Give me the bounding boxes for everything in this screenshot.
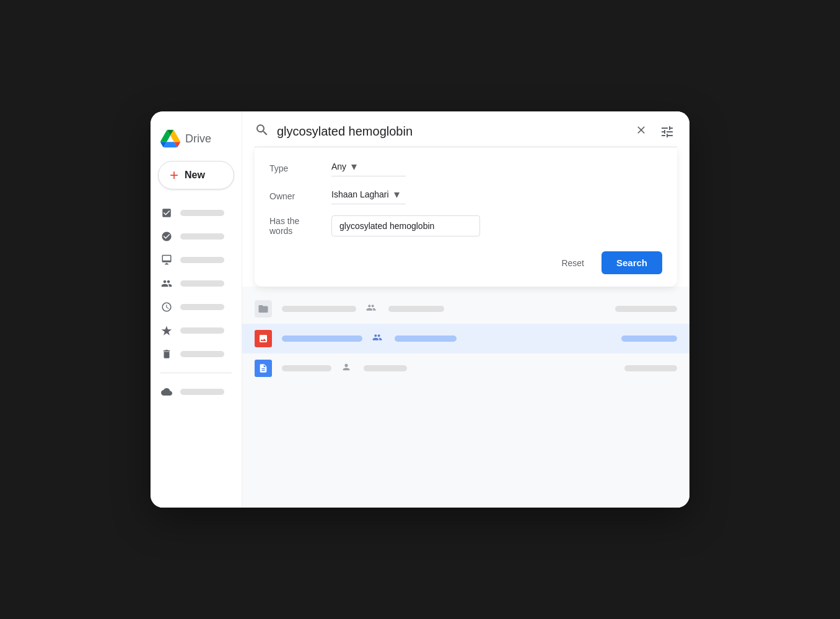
drive-logo-icon — [160, 129, 180, 149]
type-dropdown-arrow-icon: ▾ — [351, 160, 357, 173]
sidebar-label-bar — [180, 327, 224, 334]
shared-icon — [372, 332, 382, 345]
sidebar-item-computers[interactable] — [151, 249, 234, 271]
filter-words-row: Has the words — [269, 215, 662, 236]
new-plus-icon: + — [170, 168, 178, 183]
folder-icon — [255, 300, 272, 318]
results-area — [242, 287, 689, 508]
sidebar-label-bar — [180, 304, 224, 310]
sidebar-label-bar — [180, 233, 224, 240]
search-area: Type Any ▾ Owner Ishaan Laghari ▾ — [242, 111, 689, 287]
sidebar-item-storage[interactable] — [151, 381, 234, 403]
sidebar-item-shared-with-me[interactable] — [151, 272, 234, 295]
image-icon — [255, 330, 272, 347]
sidebar-item-trash[interactable] — [151, 343, 234, 365]
result-owner-bar — [388, 306, 444, 312]
result-row[interactable] — [242, 294, 689, 324]
has-words-input[interactable] — [331, 215, 480, 236]
clock-icon — [160, 301, 173, 313]
search-icon — [255, 123, 269, 141]
result-owner-bar-blue — [395, 335, 457, 342]
trash-icon — [160, 348, 173, 360]
search-clear-button[interactable] — [632, 121, 650, 142]
type-label: Type — [269, 163, 319, 173]
sidebar-label-bar — [180, 389, 224, 395]
new-button-label: New — [185, 170, 205, 181]
cloud-icon — [160, 386, 173, 398]
sidebar-item-my-drive[interactable] — [151, 202, 234, 224]
filter-panel: Type Any ▾ Owner Ishaan Laghari ▾ — [255, 147, 677, 287]
sidebar-label-bar — [180, 280, 224, 287]
sidebar-item-starred[interactable] — [151, 319, 234, 342]
result-date-bar-blue — [621, 335, 677, 342]
owner-dropdown-arrow-icon: ▾ — [394, 188, 400, 201]
result-name-bar-blue — [282, 335, 362, 342]
search-button[interactable]: Search — [602, 251, 662, 274]
new-button[interactable]: + New — [158, 161, 234, 189]
result-owner-bar — [364, 365, 407, 371]
filter-type-row: Type Any ▾ — [269, 160, 662, 176]
owner-value: Ishaan Laghari — [331, 189, 389, 199]
star-icon — [160, 324, 173, 337]
filter-actions: Reset Search — [269, 251, 662, 274]
sidebar-logo-text: Drive — [185, 132, 211, 145]
sidebar-label-bar — [180, 257, 224, 263]
app-window: Drive + New — [151, 111, 689, 508]
search-bar-row — [255, 121, 677, 142]
shared-icon — [366, 303, 376, 315]
people-icon — [160, 277, 173, 290]
result-row-highlighted[interactable] — [242, 324, 689, 353]
person-icon — [341, 362, 351, 374]
result-date-bar — [624, 365, 677, 371]
result-date-bar — [615, 306, 677, 312]
owner-select[interactable]: Ishaan Laghari ▾ — [331, 188, 406, 204]
main-content: Type Any ▾ Owner Ishaan Laghari ▾ — [242, 111, 689, 508]
sidebar-divider — [160, 373, 232, 373]
result-name-bar — [282, 306, 356, 312]
sidebar-label-bar — [180, 210, 224, 216]
result-row[interactable] — [242, 353, 689, 383]
person-icon — [160, 230, 173, 243]
sidebar-item-recent[interactable] — [151, 296, 234, 318]
type-value: Any — [331, 162, 346, 171]
sidebar: Drive + New — [151, 111, 242, 508]
result-name-bar — [282, 365, 331, 371]
sidebar-logo: Drive — [151, 124, 242, 161]
sidebar-label-bar — [180, 351, 224, 357]
sidebar-nav — [151, 202, 242, 403]
type-select[interactable]: Any ▾ — [331, 160, 406, 176]
owner-label: Owner — [269, 191, 319, 201]
reset-button[interactable]: Reset — [551, 253, 594, 273]
computer-icon — [160, 254, 173, 266]
search-input[interactable] — [277, 124, 625, 139]
checkbox-icon — [160, 207, 173, 219]
filter-owner-row: Owner Ishaan Laghari ▾ — [269, 188, 662, 204]
sidebar-item-shared-drives[interactable] — [151, 225, 234, 248]
has-words-label: Has the words — [269, 216, 319, 236]
search-filter-button[interactable] — [657, 122, 677, 142]
doc-icon — [255, 360, 272, 377]
